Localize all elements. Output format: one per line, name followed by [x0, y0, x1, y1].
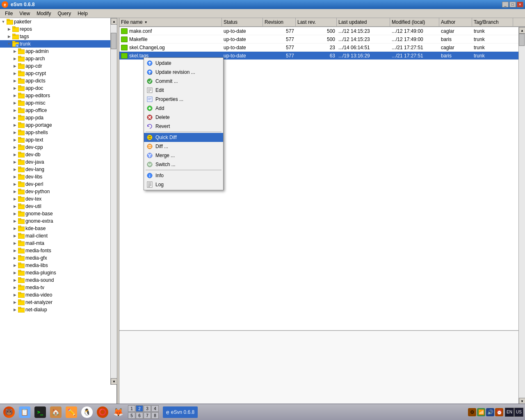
taskbar-app-2[interactable]: 📋	[17, 405, 32, 419]
tree-node-media-plugins[interactable]: ▶ media-plugins	[0, 269, 116, 276]
expand-icon[interactable]: ▶	[12, 115, 17, 120]
tree-node-app-cdr[interactable]: ▶ app-cdr	[0, 62, 116, 70]
expand-icon[interactable]: ▶	[12, 49, 17, 54]
file-row-makefile[interactable]: Makefile up-to-date 577 500 .../12 14:15…	[119, 35, 525, 43]
expand-icon[interactable]: ▶	[12, 300, 17, 305]
expand-icon[interactable]: ▶	[12, 263, 17, 268]
ctx-merge[interactable]: Merge ...	[144, 151, 223, 160]
num-btn-7[interactable]: 7	[144, 412, 151, 419]
tree-node-repos[interactable]: ▶ repos	[0, 25, 116, 33]
expand-icon[interactable]: ▶	[12, 241, 17, 246]
expand-icon[interactable]: ▶	[12, 78, 17, 83]
col-header-lastupdated[interactable]: Last updated	[337, 18, 390, 26]
tree-node-dev-python[interactable]: ▶ dev-python	[0, 188, 116, 195]
tree-node-app-dicts[interactable]: ▶ app-dicts	[0, 77, 116, 84]
tree-node-dev-lang[interactable]: ▶ dev-lang	[0, 166, 116, 173]
tree-node-app-misc[interactable]: ▶ app-misc	[0, 99, 116, 107]
taskbar-app-editor[interactable]: ✏️	[64, 405, 79, 419]
expand-icon[interactable]: ▶	[12, 86, 17, 91]
ctx-delete[interactable]: Delete	[144, 113, 223, 122]
vscroll-thumb[interactable]	[519, 34, 525, 46]
expand-icon[interactable]: ▶	[12, 174, 17, 179]
expand-icon[interactable]: ▶	[12, 56, 17, 61]
tree-node-app-office[interactable]: ▶ app-office	[0, 107, 116, 114]
tree-node-tags[interactable]: ▶ tags	[0, 33, 116, 40]
ctx-info[interactable]: i Info	[144, 171, 223, 180]
taskbar-app-6[interactable]: ⭕	[95, 405, 110, 419]
maximize-button[interactable]: □	[509, 2, 516, 7]
taskbar-app-penguin[interactable]: 🐧	[80, 405, 94, 419]
tree-node-app-text[interactable]: ▶ app-text	[0, 136, 116, 144]
taskbar-active-app[interactable]: e eSvn 0.6.8	[163, 406, 198, 418]
tree-node-app-portage[interactable]: ▶ app-portage	[0, 121, 116, 129]
expand-icon[interactable]: ▶	[12, 93, 17, 98]
tree-node-media-libs[interactable]: ▶ media-libs	[0, 262, 116, 269]
tree-node-trunk[interactable]: ▼ S trunk	[0, 40, 116, 48]
tree-node-paketler[interactable]: ▼ paketler	[0, 18, 116, 25]
expand-icon[interactable]: ▶	[12, 71, 17, 76]
tree-node-gnome-base[interactable]: ▶ gnome-base	[0, 210, 116, 217]
left-vscroll-thumb[interactable]	[111, 33, 116, 49]
col-header-filename[interactable]: File name ▼	[119, 18, 222, 26]
menu-help[interactable]: Help	[74, 10, 91, 17]
expand-icon[interactable]: ▶	[12, 182, 17, 187]
taskbar-app-1[interactable]: 🐻	[2, 405, 16, 419]
tree-node-media-sound[interactable]: ▶ media-sound	[0, 276, 116, 284]
menu-file[interactable]: File	[2, 10, 16, 17]
num-btn-4[interactable]: 4	[151, 405, 159, 412]
menu-modify[interactable]: Modify	[33, 10, 54, 17]
tree-node-dev-perl[interactable]: ▶ dev-perl	[0, 180, 116, 188]
file-row-make-conf[interactable]: make.conf up-to-date 577 500 .../12 14:1…	[119, 27, 525, 35]
expand-icon[interactable]: ▶	[12, 233, 17, 238]
tree-node-app-pda[interactable]: ▶ app-pda	[0, 114, 116, 121]
vscroll-track[interactable]	[519, 34, 525, 398]
ctx-revert[interactable]: Revert	[144, 122, 223, 131]
tree-node-app-crypt[interactable]: ▶ app-crypt	[0, 70, 116, 77]
expand-icon[interactable]: ▶	[12, 130, 17, 135]
col-header-modified[interactable]: Modified (local)	[390, 18, 439, 26]
tree-node-kde-base[interactable]: ▶ kde-base	[0, 225, 116, 232]
tree-node-mail-mta[interactable]: ▶ mail-mta	[0, 240, 116, 247]
expand-icon[interactable]: ▶	[12, 100, 17, 105]
col-header-tagbranch[interactable]: Tag/Branch	[472, 18, 513, 26]
minimize-button[interactable]: _	[502, 2, 509, 7]
expand-icon[interactable]: ▶	[12, 292, 17, 297]
tree-node-dev-util[interactable]: ▶ dev-util	[0, 203, 116, 210]
expand-icon[interactable]: ▶	[12, 123, 17, 128]
vscroll-up-btn[interactable]: ▲	[519, 27, 525, 34]
tree-node-net-dialup[interactable]: ▶ net-dialup	[0, 306, 116, 313]
expand-icon[interactable]: ▶	[12, 204, 17, 209]
tree-node-mail-client[interactable]: ▶ mail-client	[0, 232, 116, 240]
tree-node-dev-libs[interactable]: ▶ dev-libs	[0, 173, 116, 180]
expand-icon[interactable]: ▶	[12, 196, 17, 201]
ctx-update[interactable]: Update	[144, 59, 223, 68]
tray-icon-4[interactable]: ⏰	[495, 408, 503, 416]
taskbar-app-home[interactable]: 🏠	[48, 405, 63, 419]
taskbar-app-terminal[interactable]: >_	[33, 405, 48, 419]
ctx-quick-diff[interactable]: Quick Diff	[144, 133, 223, 142]
ctx-properties[interactable]: Properties ...	[144, 95, 223, 104]
tree-node-dev-db[interactable]: ▶ dev-db	[0, 151, 116, 158]
menu-view[interactable]: View	[16, 10, 33, 17]
left-vscroll-up[interactable]: ▲	[111, 18, 117, 25]
expand-icon[interactable]: ▼	[1, 19, 6, 24]
expand-icon[interactable]: ▼	[7, 41, 11, 46]
num-btn-5[interactable]: 5	[128, 412, 135, 419]
ctx-log[interactable]: Log	[144, 180, 223, 189]
tree-node-app-shells[interactable]: ▶ app-shells	[0, 129, 116, 136]
expand-icon[interactable]: ▶	[12, 226, 17, 231]
expand-icon[interactable]: ▶	[12, 145, 17, 150]
left-vscroll-down[interactable]: ▼	[111, 378, 117, 385]
expand-icon[interactable]: ▶	[12, 219, 17, 224]
expand-icon[interactable]: ▶	[7, 34, 11, 39]
col-header-status[interactable]: Status	[222, 18, 263, 26]
tree-node-media-gfx[interactable]: ▶ media-gfx	[0, 254, 116, 262]
expand-icon[interactable]: ▶	[12, 152, 17, 157]
expand-icon[interactable]: ▶	[12, 137, 17, 142]
ctx-add[interactable]: Add	[144, 104, 223, 113]
tree-node-app-arch[interactable]: ▶ app-arch	[0, 55, 116, 62]
tree-node-dev-tex[interactable]: ▶ dev-tex	[0, 195, 116, 203]
expand-icon[interactable]: ▶	[12, 108, 17, 113]
tree-scroll[interactable]: ▼ paketler ▶	[0, 18, 116, 404]
expand-icon[interactable]: ▶	[12, 307, 17, 312]
